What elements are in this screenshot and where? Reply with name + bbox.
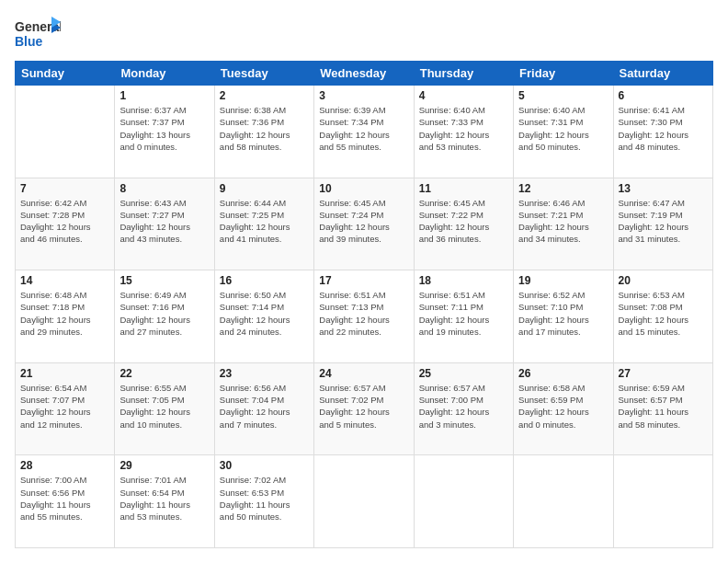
day-info: Sunrise: 6:38 AM Sunset: 7:36 PM Dayligh… (220, 104, 309, 153)
day-info: Sunrise: 6:54 AM Sunset: 7:07 PM Dayligh… (20, 382, 109, 431)
day-info: Sunrise: 6:44 AM Sunset: 7:25 PM Dayligh… (220, 197, 309, 246)
calendar-cell: 18Sunrise: 6:51 AM Sunset: 7:11 PM Dayli… (414, 270, 513, 363)
calendar-cell: 8Sunrise: 6:43 AM Sunset: 7:27 PM Daylig… (115, 178, 214, 270)
day-info: Sunrise: 6:51 AM Sunset: 7:13 PM Dayligh… (319, 289, 408, 338)
day-number: 10 (319, 182, 408, 195)
day-header-sunday: Sunday (16, 62, 115, 86)
calendar-cell: 16Sunrise: 6:50 AM Sunset: 7:14 PM Dayli… (214, 270, 313, 363)
day-info: Sunrise: 6:40 AM Sunset: 7:31 PM Dayligh… (518, 104, 608, 153)
calendar-cell: 28Sunrise: 7:00 AM Sunset: 6:56 PM Dayli… (16, 455, 115, 548)
day-number: 23 (220, 367, 309, 380)
day-info: Sunrise: 6:45 AM Sunset: 7:22 PM Dayligh… (419, 197, 508, 246)
day-info: Sunrise: 6:50 AM Sunset: 7:14 PM Dayligh… (220, 289, 309, 338)
day-header-monday: Monday (115, 62, 214, 86)
header: GeneralBlue (15, 15, 713, 52)
calendar-cell (314, 455, 414, 548)
day-number: 26 (518, 367, 608, 380)
calendar-cell: 12Sunrise: 6:46 AM Sunset: 7:21 PM Dayli… (514, 178, 613, 270)
day-info: Sunrise: 6:51 AM Sunset: 7:11 PM Dayligh… (419, 289, 508, 338)
day-info: Sunrise: 6:40 AM Sunset: 7:33 PM Dayligh… (419, 104, 508, 153)
day-number: 9 (220, 182, 309, 195)
calendar-cell: 7Sunrise: 6:42 AM Sunset: 7:28 PM Daylig… (16, 178, 115, 270)
calendar-cell (613, 455, 712, 548)
day-number: 15 (119, 274, 209, 287)
day-info: Sunrise: 6:37 AM Sunset: 7:37 PM Dayligh… (119, 104, 209, 153)
day-info: Sunrise: 6:49 AM Sunset: 7:16 PM Dayligh… (119, 289, 209, 338)
day-info: Sunrise: 6:46 AM Sunset: 7:21 PM Dayligh… (518, 197, 608, 246)
day-info: Sunrise: 7:00 AM Sunset: 6:56 PM Dayligh… (20, 474, 109, 523)
week-row-0: 1Sunrise: 6:37 AM Sunset: 7:37 PM Daylig… (16, 86, 713, 178)
calendar-cell: 15Sunrise: 6:49 AM Sunset: 7:16 PM Dayli… (115, 270, 214, 363)
calendar-cell: 14Sunrise: 6:48 AM Sunset: 7:18 PM Dayli… (16, 270, 115, 363)
day-header-saturday: Saturday (613, 62, 712, 86)
calendar-cell: 6Sunrise: 6:41 AM Sunset: 7:30 PM Daylig… (613, 86, 712, 178)
calendar-cell: 20Sunrise: 6:53 AM Sunset: 7:08 PM Dayli… (613, 270, 712, 363)
day-header-tuesday: Tuesday (214, 62, 313, 86)
day-number: 6 (619, 89, 708, 102)
calendar-cell: 3Sunrise: 6:39 AM Sunset: 7:34 PM Daylig… (314, 86, 414, 178)
calendar-cell (16, 86, 115, 178)
calendar-cell: 24Sunrise: 6:57 AM Sunset: 7:02 PM Dayli… (314, 362, 414, 455)
day-number: 7 (20, 182, 109, 195)
day-number: 3 (319, 89, 408, 102)
day-number: 17 (319, 274, 408, 287)
calendar-cell: 19Sunrise: 6:52 AM Sunset: 7:10 PM Dayli… (514, 270, 613, 363)
day-header-thursday: Thursday (414, 62, 513, 86)
calendar-cell: 4Sunrise: 6:40 AM Sunset: 7:33 PM Daylig… (414, 86, 513, 178)
day-info: Sunrise: 6:59 AM Sunset: 6:57 PM Dayligh… (619, 382, 708, 431)
day-info: Sunrise: 7:01 AM Sunset: 6:54 PM Dayligh… (119, 474, 209, 523)
calendar-cell: 17Sunrise: 6:51 AM Sunset: 7:13 PM Dayli… (314, 270, 414, 363)
calendar-cell (414, 455, 513, 548)
day-number: 16 (220, 274, 309, 287)
day-number: 30 (220, 459, 309, 472)
day-number: 22 (119, 367, 209, 380)
day-header-wednesday: Wednesday (314, 62, 414, 86)
calendar-cell: 9Sunrise: 6:44 AM Sunset: 7:25 PM Daylig… (214, 178, 313, 270)
calendar-cell: 1Sunrise: 6:37 AM Sunset: 7:37 PM Daylig… (115, 86, 214, 178)
day-number: 5 (518, 89, 608, 102)
day-info: Sunrise: 6:48 AM Sunset: 7:18 PM Dayligh… (20, 289, 109, 338)
day-info: Sunrise: 6:45 AM Sunset: 7:24 PM Dayligh… (319, 197, 408, 246)
day-info: Sunrise: 6:57 AM Sunset: 7:02 PM Dayligh… (319, 382, 408, 431)
calendar-cell: 27Sunrise: 6:59 AM Sunset: 6:57 PM Dayli… (613, 362, 712, 455)
calendar-cell: 25Sunrise: 6:57 AM Sunset: 7:00 PM Dayli… (414, 362, 513, 455)
day-info: Sunrise: 7:02 AM Sunset: 6:53 PM Dayligh… (220, 474, 309, 523)
calendar-cell: 23Sunrise: 6:56 AM Sunset: 7:04 PM Dayli… (214, 362, 313, 455)
week-row-4: 28Sunrise: 7:00 AM Sunset: 6:56 PM Dayli… (16, 455, 713, 548)
day-info: Sunrise: 6:58 AM Sunset: 6:59 PM Dayligh… (518, 382, 608, 431)
calendar-cell: 5Sunrise: 6:40 AM Sunset: 7:31 PM Daylig… (514, 86, 613, 178)
day-number: 27 (619, 367, 708, 380)
day-number: 14 (20, 274, 109, 287)
day-header-friday: Friday (514, 62, 613, 86)
day-info: Sunrise: 6:39 AM Sunset: 7:34 PM Dayligh… (319, 104, 408, 153)
calendar-cell: 29Sunrise: 7:01 AM Sunset: 6:54 PM Dayli… (115, 455, 214, 548)
day-info: Sunrise: 6:56 AM Sunset: 7:04 PM Dayligh… (220, 382, 309, 431)
calendar-cell: 22Sunrise: 6:55 AM Sunset: 7:05 PM Dayli… (115, 362, 214, 455)
day-number: 21 (20, 367, 109, 380)
day-info: Sunrise: 6:43 AM Sunset: 7:27 PM Dayligh… (119, 197, 209, 246)
day-number: 24 (319, 367, 408, 380)
calendar-cell: 21Sunrise: 6:54 AM Sunset: 7:07 PM Dayli… (16, 362, 115, 455)
calendar-cell: 11Sunrise: 6:45 AM Sunset: 7:22 PM Dayli… (414, 178, 513, 270)
day-number: 19 (518, 274, 608, 287)
calendar-cell: 10Sunrise: 6:45 AM Sunset: 7:24 PM Dayli… (314, 178, 414, 270)
header-row: SundayMondayTuesdayWednesdayThursdayFrid… (16, 62, 713, 86)
calendar-cell (514, 455, 613, 548)
calendar-cell: 13Sunrise: 6:47 AM Sunset: 7:19 PM Dayli… (613, 178, 712, 270)
calendar-cell: 26Sunrise: 6:58 AM Sunset: 6:59 PM Dayli… (514, 362, 613, 455)
day-number: 8 (119, 182, 209, 195)
week-row-3: 21Sunrise: 6:54 AM Sunset: 7:07 PM Dayli… (16, 362, 713, 455)
day-info: Sunrise: 6:53 AM Sunset: 7:08 PM Dayligh… (619, 289, 708, 338)
calendar-cell: 2Sunrise: 6:38 AM Sunset: 7:36 PM Daylig… (214, 86, 313, 178)
calendar-cell: 30Sunrise: 7:02 AM Sunset: 6:53 PM Dayli… (214, 455, 313, 548)
day-number: 2 (220, 89, 309, 102)
calendar-table: SundayMondayTuesdayWednesdayThursdayFrid… (15, 61, 713, 548)
day-info: Sunrise: 6:57 AM Sunset: 7:00 PM Dayligh… (419, 382, 508, 431)
svg-text:Blue: Blue (15, 34, 43, 49)
day-number: 20 (619, 274, 708, 287)
day-number: 25 (419, 367, 508, 380)
day-number: 29 (119, 459, 209, 472)
page: GeneralBlue SundayMondayTuesdayWednesday… (0, 0, 728, 563)
week-row-1: 7Sunrise: 6:42 AM Sunset: 7:28 PM Daylig… (16, 178, 713, 270)
logo: GeneralBlue (15, 15, 61, 52)
